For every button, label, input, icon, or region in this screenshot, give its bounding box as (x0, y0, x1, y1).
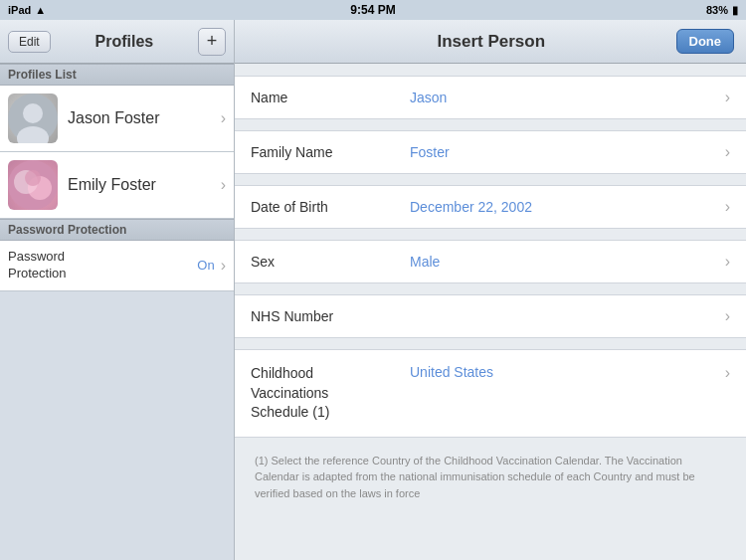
chevron-nhs: › (725, 307, 730, 325)
field-label-sex: Sex (251, 254, 410, 270)
field-row-sex[interactable]: Sex Male › (235, 240, 746, 283)
status-time: 9:54 PM (350, 3, 395, 17)
svg-point-1 (23, 103, 43, 123)
field-label-vaccinations: ChildhoodVaccinationsSchedule (1) (251, 364, 410, 423)
chevron-password: › (221, 257, 226, 275)
panel-header: Insert Person Done (235, 20, 746, 64)
status-bar: iPad ▲ 9:54 PM 83% ▮ (0, 0, 746, 20)
field-value-vaccinations: United States (410, 364, 725, 380)
field-row-dob[interactable]: Date of Birth December 22, 2002 › (235, 185, 746, 229)
chevron-sex: › (725, 253, 730, 271)
chevron-jason: › (221, 109, 226, 127)
field-label-family-name: Family Name (251, 144, 410, 160)
edit-button[interactable]: Edit (8, 31, 51, 53)
chevron-dob: › (725, 198, 730, 216)
sidebar-header: Edit Profiles + (0, 20, 234, 64)
battery-icon: ▮ (732, 4, 738, 17)
profile-item-jason[interactable]: Jason Foster › (0, 86, 234, 152)
done-button[interactable]: Done (676, 29, 735, 54)
field-row-vaccinations[interactable]: ChildhoodVaccinationsSchedule (1) United… (235, 349, 746, 438)
field-row-nhs[interactable]: NHS Number › (235, 294, 746, 338)
profile-name-emily: Emily Foster (68, 176, 221, 194)
password-value: On (197, 258, 214, 273)
password-protection-item[interactable]: PasswordProtection On › (0, 241, 234, 291)
chevron-family-name: › (725, 143, 730, 161)
chevron-vaccinations: › (725, 364, 730, 382)
avatar-emily (8, 160, 58, 210)
field-value-name: Jason (410, 90, 725, 105)
field-row-family-name[interactable]: Family Name Foster › (235, 130, 746, 174)
sidebar-title: Profiles (51, 33, 198, 51)
sidebar: Edit Profiles + Profiles List Jason Fost… (0, 20, 235, 560)
field-value-dob: December 22, 2002 (410, 199, 725, 215)
wifi-icon: ▲ (35, 4, 46, 16)
password-label: PasswordProtection (8, 249, 197, 282)
panel-title: Insert Person (306, 32, 676, 52)
chevron-emily: › (221, 176, 226, 194)
footnote: (1) Select the reference Country of the … (235, 437, 746, 518)
field-label-name: Name (251, 90, 410, 105)
svg-point-6 (25, 170, 41, 186)
chevron-name: › (725, 89, 730, 106)
avatar-jason (8, 93, 58, 143)
form-content: Name Jason › Family Name Foster › Date o… (235, 64, 746, 560)
field-value-sex: Male (410, 254, 725, 270)
field-value-family-name: Foster (410, 144, 725, 160)
battery-percent: 83% (706, 4, 728, 16)
field-label-nhs: NHS Number (251, 308, 410, 324)
status-left: iPad ▲ (8, 4, 46, 16)
ipad-label: iPad (8, 4, 31, 16)
password-section-label: Password Protection (0, 219, 234, 241)
profiles-list-label: Profiles List (0, 64, 234, 86)
field-label-dob: Date of Birth (251, 199, 410, 215)
main-container: Edit Profiles + Profiles List Jason Fost… (0, 20, 746, 560)
profile-item-emily[interactable]: Emily Foster › (0, 152, 234, 219)
add-profile-button[interactable]: + (198, 28, 226, 56)
right-panel: Insert Person Done Name Jason › Family N… (235, 20, 746, 560)
status-right: 83% ▮ (706, 4, 738, 17)
field-row-name[interactable]: Name Jason › (235, 76, 746, 119)
profile-name-jason: Jason Foster (68, 109, 221, 127)
